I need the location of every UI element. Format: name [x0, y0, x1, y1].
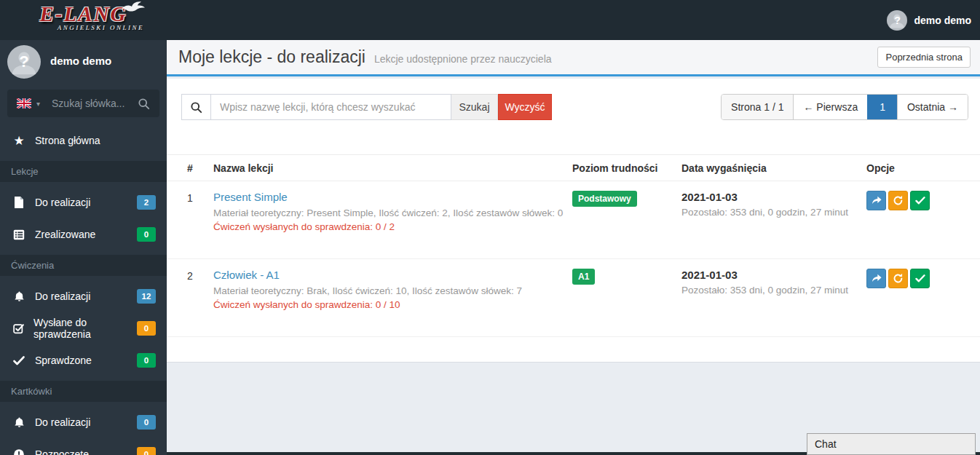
app-window: E-LANG ANGIELSKI ONLINE ? demo demo ? — [0, 0, 980, 455]
list-icon — [11, 229, 27, 240]
time-remaining: Pozostało: 353 dni, 0 godzin, 27 minut — [681, 285, 866, 296]
bird-icon — [121, 0, 146, 17]
sidebar-item-sprawdzone[interactable]: Sprawdzone 0 — [0, 344, 167, 376]
lesson-details: Materiał teoretyczny: Present Simple, Il… — [213, 207, 572, 218]
previous-page-button[interactable]: Poprzednia strona — [877, 47, 971, 68]
question-mark-icon: ? — [7, 45, 41, 79]
sidebar-item-label: Strona główna — [35, 135, 100, 146]
main-content: Moje lekcje - do realizacji Lekcje udost… — [167, 40, 980, 455]
word-search-box[interactable]: ▾ — [7, 90, 159, 117]
uk-flag-icon[interactable] — [17, 98, 31, 108]
share-button[interactable] — [866, 191, 886, 210]
first-page-button[interactable]: ← Pierwsza — [793, 95, 867, 119]
last-page-button[interactable]: Ostatnia → — [897, 95, 968, 119]
column-header-expiry: Data wygaśnięcia — [681, 155, 866, 181]
count-badge: 0 — [137, 227, 156, 242]
topbar-user-name: demo demo — [914, 15, 971, 26]
sidebar-item-label: Do realizacji — [35, 416, 90, 428]
search-button[interactable]: Szukaj — [451, 94, 498, 120]
sidebar-user-panel[interactable]: ? demo demo — [0, 40, 167, 79]
topbar: E-LANG ANGIELSKI ONLINE ? demo demo — [0, 0, 980, 40]
count-badge: 0 — [137, 415, 156, 430]
chevron-down-icon[interactable]: ▾ — [36, 100, 40, 108]
sidebar-item-lekcje-do-realizacji[interactable]: Do realizacji 2 — [0, 186, 167, 218]
toolbar: Szukaj Wyczyść Strona 1 / 1 ← Pierwsza 1… — [181, 94, 968, 120]
sidebar-item-label: Zrealizowane — [35, 229, 95, 240]
sidebar: ? demo demo ▾ — [0, 40, 167, 455]
sidebar-item-label: Rozpoczęte — [35, 448, 89, 455]
time-remaining: Pozostało: 353 dni, 0 godzin, 27 minut — [681, 207, 866, 218]
complete-button[interactable] — [910, 191, 930, 210]
search-icon — [181, 94, 210, 120]
row-index: 1 — [187, 191, 213, 248]
pagination: Strona 1 / 1 ← Pierwsza 1 Ostatnia → — [721, 94, 968, 120]
avatar: ? — [887, 10, 907, 31]
brand-logo[interactable]: E-LANG ANGIELSKI ONLINE — [0, 0, 167, 40]
chat-widget[interactable]: Chat — [807, 433, 976, 455]
star-icon: ★ — [11, 135, 27, 147]
sidebar-item-cwiczenia-do-realizacji[interactable]: Do realizacji 12 — [0, 280, 167, 312]
count-badge: 0 — [137, 353, 156, 368]
row-index: 2 — [187, 269, 213, 326]
avatar: ? — [7, 45, 41, 79]
sidebar-item-label: Do realizacji — [35, 197, 90, 208]
page-subtitle: Lekcje udostępnione przez nauczyciela — [374, 53, 552, 65]
refresh-button[interactable] — [888, 269, 908, 288]
lessons-table: # Nazwa lekcji Poziom trudności Data wyg… — [167, 154, 980, 337]
lessons-card: Szukaj Wyczyść Strona 1 / 1 ← Pierwsza 1… — [167, 79, 980, 363]
check-square-icon — [11, 323, 25, 334]
sidebar-nav: ★ Strona główna Lekcje Do realizacji 2 — [0, 124, 167, 455]
column-header-level: Poziom trudności — [572, 155, 681, 181]
count-badge: 0 — [137, 321, 156, 336]
refresh-icon — [893, 273, 904, 284]
share-icon — [872, 274, 882, 283]
bell-icon — [11, 416, 27, 428]
table-row: 2 Człowiek - A1 Materiał teoretyczny: Br… — [167, 259, 980, 337]
column-header-index: # — [187, 155, 213, 181]
complete-button[interactable] — [910, 269, 930, 288]
refresh-button[interactable] — [888, 191, 908, 210]
count-badge: 0 — [137, 447, 156, 455]
page-header: Moje lekcje - do realizacji Lekcje udost… — [167, 40, 980, 76]
share-button[interactable] — [866, 269, 886, 288]
sidebar-item-rozpoczete[interactable]: Rozpoczęte 0 — [0, 438, 167, 455]
search-icon[interactable] — [138, 98, 150, 110]
lesson-search-input[interactable] — [210, 94, 451, 120]
clear-button[interactable]: Wyczyść — [498, 94, 552, 120]
table-row: 1 Present Simple Materiał teoretyczny: P… — [167, 181, 980, 259]
row-options — [866, 191, 980, 248]
sidebar-section-cwiczenia: Ćwiczenia — [0, 255, 167, 276]
question-mark-icon: ? — [887, 10, 907, 31]
sidebar-section-lekcje: Lekcje — [0, 161, 167, 182]
sidebar-item-zrealizowane[interactable]: Zrealizowane 0 — [0, 218, 167, 250]
expiry-date: 2021-01-03 — [681, 191, 866, 203]
sidebar-item-label: Do realizacji — [35, 290, 90, 302]
level-badge: Podstawowy — [572, 191, 637, 207]
topbar-user-menu[interactable]: ? demo demo — [887, 0, 971, 40]
page-title: Moje lekcje - do realizacji — [178, 47, 365, 67]
lesson-search-group: Szukaj Wyczyść — [181, 94, 552, 120]
sidebar-item-strona-glowna[interactable]: ★ Strona główna — [0, 124, 167, 157]
chat-title: Chat — [807, 434, 975, 454]
count-badge: 2 — [137, 195, 156, 210]
level-badge: A1 — [572, 269, 595, 285]
check-icon — [915, 274, 925, 282]
table-header-row: # Nazwa lekcji Poziom trudności Data wyg… — [167, 154, 980, 181]
sidebar-user-name: demo demo — [50, 55, 111, 79]
word-search-input[interactable] — [52, 98, 138, 109]
sidebar-item-wyslane-do-sprawdzenia[interactable]: Wysłane do sprawdzenia 0 — [0, 312, 167, 344]
share-icon — [872, 196, 882, 205]
lesson-sent-info: Ćwiczeń wysłanych do sprawdzenia: 0 / 2 — [213, 221, 572, 232]
sidebar-section-kartkowki: Kartkówki — [0, 381, 167, 402]
current-page-button[interactable]: 1 — [867, 95, 897, 119]
bell-icon — [11, 290, 27, 302]
file-icon — [11, 197, 27, 208]
lesson-link[interactable]: Człowiek - A1 — [213, 269, 280, 281]
refresh-icon — [893, 195, 904, 206]
exclamation-circle-icon — [11, 448, 27, 455]
lesson-link[interactable]: Present Simple — [213, 191, 288, 203]
lesson-details: Materiał teoretyczny: Brak, Ilość ćwicze… — [213, 285, 572, 296]
lesson-sent-info: Ćwiczeń wysłanych do sprawdzenia: 0 / 10 — [213, 299, 572, 310]
sidebar-item-kartkowki-do-realizacji[interactable]: Do realizacji 0 — [0, 406, 167, 438]
column-header-options: Opcje — [866, 155, 980, 181]
